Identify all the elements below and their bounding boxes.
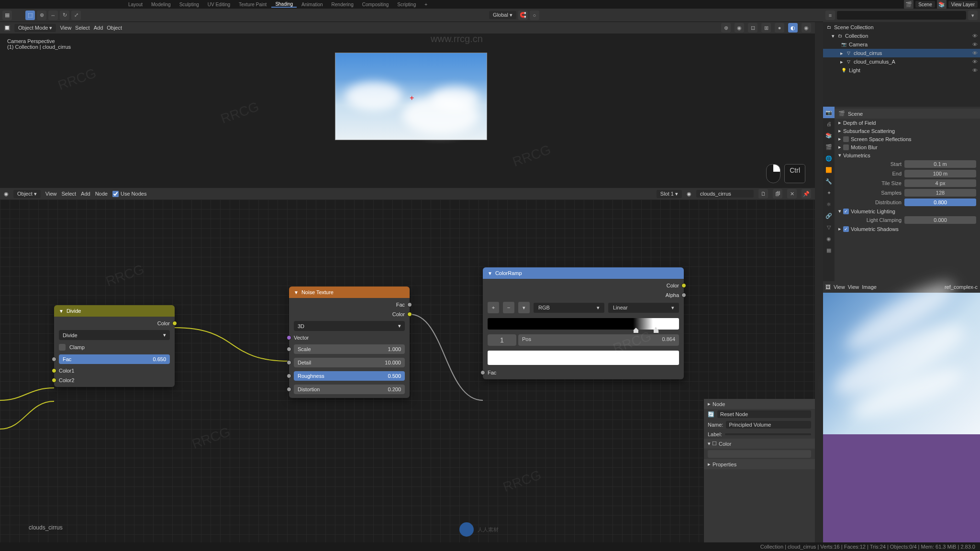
prop-subsurface[interactable]: ▸ Subsurface Scattering	[835, 127, 980, 135]
material-new-button[interactable]: 🗋	[758, 189, 768, 198]
divide-clamp-checkbox[interactable]: Clamp	[59, 344, 85, 351]
select-tool[interactable]: ⬚	[25, 11, 35, 20]
socket-out-fac[interactable]	[407, 302, 412, 307]
viewport-menu-object[interactable]: Object	[107, 25, 122, 31]
prop-vol-lighting[interactable]: ▾ Volumetric Lighting	[835, 207, 980, 215]
prop-tab-constraint[interactable]: 🔗	[823, 210, 835, 221]
shading-wireframe[interactable]: ⊞	[761, 23, 771, 33]
outliner-item-camera[interactable]: 📷Camera👁	[823, 40, 980, 49]
shading-rendered[interactable]: ◉	[802, 23, 811, 33]
socket-in-vector[interactable]	[287, 335, 291, 340]
workspace-compositing[interactable]: Compositing	[358, 2, 393, 7]
node-editor-canvas[interactable]: ▼Divide Color Divide▾ Clamp Fac0.650 Col…	[0, 199, 815, 543]
scene-icon[interactable]: 🎬	[904, 0, 913, 9]
outliner-scene-collection[interactable]: 🗀Scene Collection	[823, 23, 980, 32]
visibility-toggle[interactable]: 👁	[972, 42, 978, 47]
image-editor-icon[interactable]: 🖼	[825, 284, 831, 290]
scene-selector[interactable]: Scene	[915, 1, 935, 8]
colorramp-gradient[interactable]	[488, 318, 679, 330]
editor-type-icon[interactable]: ▦	[2, 11, 12, 20]
mode-dropdown[interactable]: Object Mode ▾	[14, 24, 56, 32]
noise-scale-field[interactable]: Scale1.000	[294, 344, 405, 354]
workspace-texturepaint[interactable]: Texture Paint	[235, 2, 270, 7]
rotate-tool[interactable]: ↻	[60, 11, 69, 20]
overlay-toggle[interactable]: ◉	[735, 23, 744, 33]
colorramp-handle-0[interactable]	[633, 328, 639, 333]
material-unlink-button[interactable]: ✕	[787, 189, 797, 198]
divide-node[interactable]: ▼Divide Color Divide▾ Clamp Fac0.650 Col…	[54, 305, 175, 387]
socket-in-fac[interactable]	[52, 357, 56, 362]
socket-out-color[interactable]	[407, 312, 412, 317]
prop-tab-physics[interactable]: ⚛	[823, 198, 835, 210]
cursor-tool[interactable]: ⊕	[37, 11, 46, 20]
prop-motion-blur[interactable]: ▸ Motion Blur	[835, 143, 980, 151]
workspace-scripting[interactable]: Scripting	[393, 2, 420, 7]
prop-tab-modifier[interactable]: 🔧	[823, 176, 835, 187]
tile-field[interactable]: 4 px	[904, 179, 976, 187]
visibility-toggle[interactable]: 👁	[972, 50, 978, 56]
prop-tab-world[interactable]: 🌐	[823, 153, 835, 164]
refresh-icon[interactable]: 🔄	[708, 411, 714, 418]
collapse-icon[interactable]: ▼	[488, 271, 492, 276]
workspace-sculpting[interactable]: Sculpting	[176, 2, 203, 7]
socket-out-color[interactable]	[172, 321, 177, 326]
visibility-toggle[interactable]: 👁	[972, 67, 978, 73]
prop-depth-of-field[interactable]: ▸ Depth of Field	[835, 119, 980, 127]
colorramp-handle-1[interactable]	[653, 328, 659, 333]
pin-button[interactable]: 📌	[802, 189, 811, 198]
colorramp-pos-field[interactable]: Pos0.864	[518, 334, 679, 346]
scale-tool[interactable]: ⤢	[71, 11, 81, 20]
outliner-mode-icon[interactable]: ≡	[825, 11, 835, 20]
sidepanel-color-header[interactable]: ▾ ☐ Color	[704, 439, 815, 449]
noise-roughness-field[interactable]: Roughness0.500	[294, 371, 405, 381]
noise-distortion-field[interactable]: Distortion0.200	[294, 385, 405, 394]
slot-dropdown[interactable]: Slot 1 ▾	[657, 190, 682, 198]
socket-out-color[interactable]	[681, 283, 686, 288]
workspace-animation[interactable]: Animation	[298, 2, 326, 7]
collapse-icon[interactable]: ▼	[59, 309, 64, 314]
prop-tab-object[interactable]: 🟧	[823, 164, 835, 176]
workspace-rendering[interactable]: Rendering	[328, 2, 357, 7]
viewport-menu-view[interactable]: View	[60, 25, 71, 31]
sidepanel-properties-header[interactable]: ▸ Properties	[704, 459, 815, 469]
viewlayer-selector[interactable]: View Layer	[948, 1, 978, 8]
3d-viewport[interactable]: Camera Perspective (1) Collection | clou…	[0, 33, 815, 188]
prop-volumetrics[interactable]: ▾ Volumetrics	[835, 151, 980, 159]
workspace-add[interactable]: +	[421, 2, 431, 7]
socket-in-detail[interactable]	[287, 360, 291, 365]
node-label-field[interactable]	[725, 433, 811, 435]
material-icon[interactable]: ◉	[687, 191, 691, 197]
iv-menu-view[interactable]: View	[834, 284, 845, 290]
xray-toggle[interactable]: ⊡	[748, 23, 757, 33]
iv-menu-view2[interactable]: View	[848, 284, 859, 290]
shading-solid[interactable]: ●	[775, 23, 784, 33]
socket-out-alpha[interactable]	[681, 293, 686, 298]
material-copy-button[interactable]: 🗐	[773, 189, 782, 198]
socket-in-color1[interactable]	[52, 368, 56, 373]
prop-tab-scene[interactable]: 🎬	[823, 141, 835, 153]
nodeeditor-icon[interactable]: ◉	[4, 191, 9, 197]
socket-in-distortion[interactable]	[287, 387, 291, 392]
light-clamping-field[interactable]: 0.000	[904, 216, 976, 224]
socket-in-fac[interactable]	[480, 370, 485, 375]
outliner-filter-icon[interactable]: ▾	[968, 11, 978, 20]
sidepanel-node-header[interactable]: ▸ Node	[704, 399, 815, 409]
iv-menu-image[interactable]: Image	[862, 284, 877, 290]
noise-dimensions-dropdown[interactable]: 3D▾	[294, 321, 405, 331]
prop-tab-texture[interactable]: ▦	[823, 244, 835, 256]
node-color-swatch[interactable]	[708, 450, 811, 458]
prop-header-scene[interactable]: Scene	[848, 111, 863, 117]
orientation-dropdown[interactable]: Global ▾	[489, 11, 516, 19]
ne-menu-view[interactable]: View	[45, 191, 57, 197]
colorramp-menu-button[interactable]: ▾	[518, 302, 530, 313]
distribution-field[interactable]: 0.800	[904, 198, 976, 206]
prop-tab-data[interactable]: ▽	[823, 221, 835, 233]
use-nodes-checkbox[interactable]: Use Nodes	[112, 191, 146, 197]
move-tool[interactable]: ↔	[48, 11, 58, 20]
colorramp-color-swatch[interactable]	[488, 351, 679, 365]
colorramp-node[interactable]: ▼ColorRamp Color Alpha + − ▾ RGB▾ Linear…	[483, 267, 684, 379]
prop-tab-render[interactable]: 📷	[823, 107, 835, 118]
outliner-collection[interactable]: ▾🗀Collection👁	[823, 32, 980, 40]
outliner-search[interactable]	[837, 11, 966, 20]
snap-toggle[interactable]: 🧲	[518, 11, 528, 20]
